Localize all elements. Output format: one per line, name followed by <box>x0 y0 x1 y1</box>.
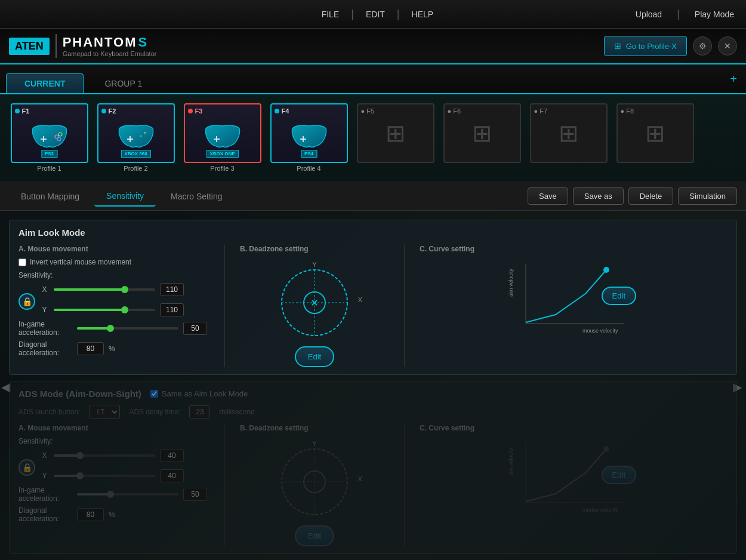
close-icon-button[interactable]: ✕ <box>718 36 737 56</box>
ads-mouse-label: A. Mouse movement <box>19 424 209 432</box>
tab-current[interactable]: CURRENT <box>6 73 84 93</box>
save-as-button[interactable]: Save as <box>573 187 624 205</box>
profile-card-f4: F4 PS4 Profile 4 <box>269 103 349 172</box>
profiles-area: F1 PS3 Profile 1 <box>0 94 746 182</box>
deadzone-edit-button[interactable]: Edit <box>295 346 334 367</box>
ads-deadzone-label: B. Deadzone setting <box>240 424 389 432</box>
sensitivity-label: Sensitivity: <box>19 271 72 279</box>
f4-type: PS4 <box>301 150 317 158</box>
invert-checkbox[interactable] <box>19 259 26 266</box>
profile-f8-empty[interactable]: ● F8 ⊞ <box>616 103 694 163</box>
aim-look-curve-col: C. Curve setting <box>420 245 727 367</box>
profile-card-f3: F3 XBOX ONE Profile 3 <box>182 103 263 172</box>
f1-name: Profile 1 <box>11 165 88 172</box>
upload-button[interactable]: Upload <box>630 10 668 19</box>
ads-percent: % <box>109 510 115 519</box>
profile-f6-empty[interactable]: ● F6 ⊞ <box>443 103 521 163</box>
ads-lock-icon[interactable]: 🔒 <box>19 459 35 476</box>
y-axis-label: Y <box>40 306 49 314</box>
f1-image: PS3 <box>15 116 84 159</box>
f4-gamepad-icon <box>285 121 333 154</box>
delete-button[interactable]: Delete <box>628 187 674 205</box>
aten-logo: ATEN <box>9 38 50 55</box>
curve-edit-wrap: Edit <box>602 282 636 305</box>
diagonal-input[interactable] <box>77 342 104 355</box>
app-header: ATEN PHANTOM S Gamepad to Keyboard Emula… <box>0 29 746 64</box>
svg-text:aim velocity: aim velocity <box>508 447 514 476</box>
ads-y-thumb[interactable] <box>76 472 84 479</box>
f2-badge: F2 <box>101 107 116 115</box>
ads-curve-edit-button[interactable]: Edit <box>602 466 636 484</box>
scroll-right-arrow[interactable]: ▶ <box>733 380 745 392</box>
ingame-thumb[interactable] <box>107 325 114 332</box>
tab-group1[interactable]: GROUP 1 <box>87 74 160 93</box>
ads-y-label: Y <box>40 472 49 480</box>
ads-deadzone-edit-button[interactable]: Edit <box>295 525 334 546</box>
x-slider-thumb[interactable] <box>121 286 128 293</box>
ads-deadzone-col: B. Deadzone setting Y X E <box>240 424 389 546</box>
ads-x-fill <box>54 454 80 457</box>
go-to-profile-button[interactable]: Go to Profile-X <box>604 36 687 56</box>
ads-x-label: X <box>40 451 49 460</box>
ads-ingame-row: In-game acceleration: 50 <box>19 486 209 503</box>
tab-sensitivity[interactable]: Sensitivity <box>94 186 156 207</box>
ads-y-value: 40 <box>160 469 184 482</box>
play-mode-button[interactable]: Play Mode <box>689 10 740 19</box>
profile-f2-inner[interactable]: F2 A B XBOX 360 <box>97 103 175 163</box>
tab-add-button[interactable]: + <box>730 72 737 86</box>
brand-phantom: PHANTOM <box>63 35 137 50</box>
ads-diagonal-input[interactable] <box>77 508 104 521</box>
f2-image: A B XBOX 360 <box>101 116 171 159</box>
ads-launch-select[interactable]: LT <box>89 405 120 419</box>
save-button[interactable]: Save <box>528 187 568 205</box>
curve-area: aim velocity mouse velocity Edit <box>420 258 727 341</box>
svg-point-25 <box>304 471 325 493</box>
tab-button-mapping[interactable]: Button Mapping <box>9 187 91 206</box>
f1-type: PS3 <box>41 150 57 158</box>
lock-icon[interactable]: 🔒 <box>19 293 35 310</box>
ads-ms-label: millisecond <box>219 408 254 416</box>
f2-name: Profile 2 <box>97 165 175 172</box>
settings-icon-button[interactable]: ⚙ <box>693 36 712 56</box>
ads-x-thumb[interactable] <box>76 452 84 459</box>
ads-x-value: 40 <box>160 449 184 462</box>
ads-ingame-thumb[interactable] <box>107 491 114 498</box>
profile-f3-inner[interactable]: F3 XBOX ONE <box>184 103 261 163</box>
y-value: 110 <box>160 303 184 316</box>
action-buttons: Save Save as Delete Simulation <box>528 187 737 205</box>
menu-edit[interactable]: EDIT <box>354 0 397 29</box>
f3-name: Profile 3 <box>184 165 261 172</box>
ads-delay-input[interactable] <box>189 405 210 419</box>
ads-ingame-label: In-game acceleration: <box>19 486 72 503</box>
ads-deadzone-canvas: Y X <box>261 437 368 521</box>
ads-y-fill <box>54 475 80 477</box>
top-menubar: FILE | EDIT | HELP Upload | Play Mode <box>0 0 746 29</box>
f3-type: XBOX ONE <box>206 150 238 158</box>
menu-file[interactable]: FILE <box>310 0 352 29</box>
ads-curve-edit-wrap: Edit <box>602 461 636 484</box>
menu-help[interactable]: HELP <box>400 0 446 29</box>
y-slider-thumb[interactable] <box>121 306 128 313</box>
profile-f1-inner[interactable]: F1 PS3 <box>11 103 88 163</box>
svg-text:mouse velocity: mouse velocity <box>582 328 618 334</box>
curve-edit-button[interactable]: Edit <box>602 287 636 305</box>
profile-f4-inner[interactable]: F4 PS4 <box>270 103 348 163</box>
ingame-row: In-game acceleration: 50 <box>19 320 209 337</box>
sensitivity-sliders: Sensitivity: 🔒 X <box>19 271 209 357</box>
simulation-button[interactable]: Simulation <box>678 187 737 205</box>
divider-4 <box>404 424 405 546</box>
profile-f5-empty[interactable]: ● F5 ⊞ <box>357 103 434 163</box>
invert-label: Invert vertical mouse movement <box>30 258 131 266</box>
scroll-left-arrow[interactable]: ◀ <box>1 380 13 392</box>
ads-curve-svg: aim velocity mouse velocity <box>508 437 639 521</box>
ads-sensitivity-sliders: Sensitivity: 🔒 X <box>19 437 209 523</box>
f7-grid: ⊞ <box>559 119 579 147</box>
ingame-value: 50 <box>183 322 207 335</box>
tab-macro-setting[interactable]: Macro Setting <box>159 187 234 206</box>
logo-divider <box>56 34 57 58</box>
f2-type: XBOX 360 <box>121 150 150 158</box>
ads-same-checkbox[interactable] <box>150 390 158 398</box>
divider-1 <box>224 245 225 367</box>
profile-f7-empty[interactable]: ● F7 ⊞ <box>530 103 608 163</box>
svg-text:aim velocity: aim velocity <box>508 268 514 297</box>
